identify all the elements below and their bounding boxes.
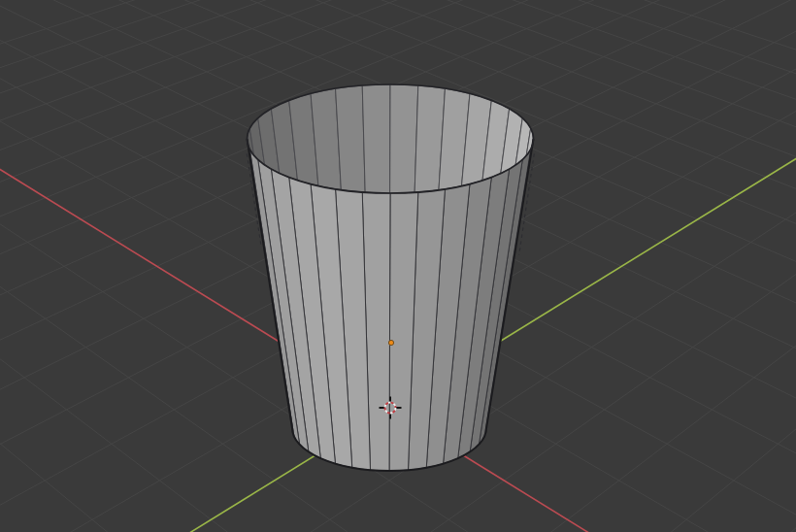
object-origin-dot[interactable]: [388, 340, 393, 345]
viewport-canvas[interactable]: [0, 0, 796, 532]
blender-3d-viewport[interactable]: [0, 0, 796, 532]
